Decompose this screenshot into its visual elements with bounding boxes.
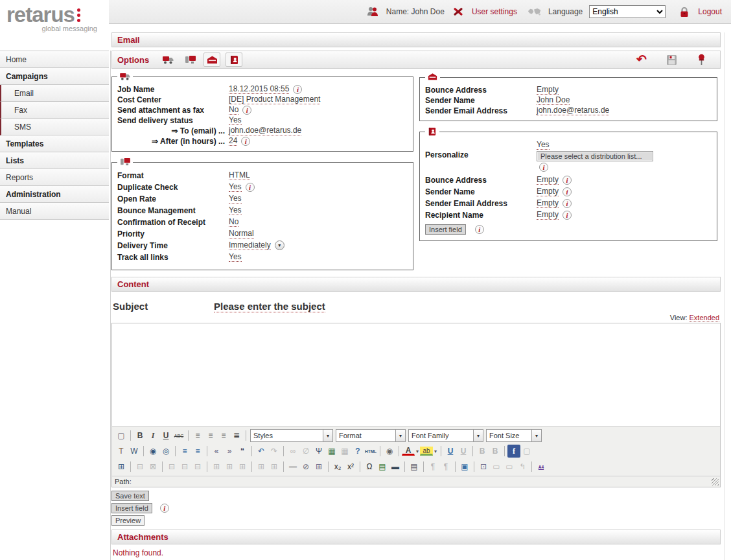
field-value-link[interactable]: Yes — [229, 115, 242, 125]
align-right-icon[interactable]: ≡ — [217, 429, 230, 442]
fullscreen-icon[interactable]: ▣ — [458, 460, 471, 473]
info-icon[interactable]: i — [539, 163, 548, 172]
info-icon[interactable]: i — [293, 85, 302, 94]
numbered-list-icon[interactable]: ≡ — [191, 445, 204, 458]
indent-icon[interactable]: » — [223, 445, 236, 458]
paste-from-word-icon[interactable]: W — [128, 445, 141, 458]
info-icon[interactable]: i — [475, 225, 484, 234]
field-value-link[interactable]: 24 — [229, 136, 237, 146]
field-value-link[interactable]: No — [229, 217, 238, 227]
text-color-caret[interactable]: ▾ — [415, 449, 420, 454]
sidebar-item-fax[interactable]: Fax — [0, 102, 109, 119]
find-replace-icon[interactable]: ◎ — [159, 445, 172, 458]
sidebar-item-lists[interactable]: Lists — [0, 152, 109, 169]
info-icon[interactable]: i — [246, 183, 255, 192]
field-value-link[interactable]: 18.12.2015 08:55 — [229, 84, 289, 94]
paste-as-text-icon[interactable]: T — [115, 445, 128, 458]
print-icon[interactable]: ▤ — [408, 460, 421, 473]
unsubscribe-link-icon[interactable]: U — [444, 445, 457, 458]
personalize-value-link[interactable]: Yes — [537, 140, 550, 150]
strikethrough-icon[interactable]: ABC — [172, 429, 185, 442]
sender-options-button[interactable] — [203, 52, 220, 67]
save-text-button[interactable]: Save text — [111, 491, 149, 501]
info-icon[interactable]: i — [563, 211, 572, 220]
highlight-color-icon[interactable]: ab — [420, 447, 433, 456]
language-select[interactable]: English — [589, 5, 666, 18]
field-value-link[interactable]: HTML — [229, 170, 250, 180]
visual-aid-icon[interactable]: ⊞ — [312, 460, 325, 473]
sidebar-item-templates[interactable]: Templates — [0, 135, 109, 152]
field-value-link[interactable]: Empty — [537, 198, 559, 208]
style-props-icon[interactable]: A4 — [535, 460, 548, 473]
subject-value-link[interactable]: Please enter the subject — [214, 301, 325, 312]
align-center-icon[interactable]: ≡ — [204, 429, 217, 442]
styles-select[interactable]: Styles▾ — [250, 429, 333, 442]
media-icon[interactable]: ▤ — [376, 460, 389, 473]
editor-resize-handle[interactable] — [712, 478, 719, 485]
field-value-link[interactable]: No — [229, 105, 238, 115]
anchor-icon[interactable]: Ψ — [312, 445, 325, 458]
sidebar-item-sms[interactable]: SMS — [0, 119, 109, 135]
find-icon[interactable]: ◉ — [146, 445, 159, 458]
font-size-select[interactable]: Font Size▾ — [486, 429, 542, 442]
format-select[interactable]: Format▾ — [336, 429, 406, 442]
text-color-icon[interactable]: A — [402, 447, 415, 456]
sidebar-item-manual[interactable]: Manual — [0, 203, 109, 220]
info-icon[interactable]: i — [160, 504, 169, 513]
insert-layer-icon[interactable]: ⊡ — [477, 460, 490, 473]
field-value-link[interactable]: john.doe@retarus.de — [537, 106, 609, 115]
sidebar-item-campaigns[interactable]: Campaigns — [0, 68, 109, 85]
logout-link[interactable]: Logout — [698, 7, 722, 16]
pin-button[interactable] — [693, 52, 710, 67]
view-extended-link[interactable]: Extended — [690, 314, 719, 322]
field-value-link[interactable]: Yes — [229, 205, 242, 215]
align-justify-icon[interactable]: ≣ — [230, 429, 243, 442]
underline-icon[interactable]: U — [159, 429, 172, 442]
embed-icon[interactable]: ▬ — [389, 460, 402, 473]
info-icon[interactable]: i — [563, 187, 572, 196]
sidebar-item-email[interactable]: Email — [0, 85, 109, 102]
undo-icon[interactable]: ↶ — [255, 445, 268, 458]
save-button[interactable] — [663, 52, 680, 67]
insert-field-button[interactable]: Insert field — [425, 224, 466, 235]
sidebar-item-administration[interactable]: Administration — [0, 186, 109, 203]
bold-icon[interactable]: B — [133, 429, 146, 442]
align-left-icon[interactable]: ≡ — [191, 429, 204, 442]
field-value-link[interactable]: john.doe@retarus.de — [229, 126, 301, 135]
delivery-time-dropdown-icon[interactable]: ▾ — [275, 240, 284, 250]
facebook-icon[interactable]: f — [507, 445, 520, 458]
info-icon[interactable]: i — [563, 176, 572, 185]
user-settings-link[interactable]: User settings — [472, 7, 517, 16]
field-value-link[interactable]: Yes — [229, 194, 242, 204]
html-source-icon[interactable]: HTML — [364, 445, 377, 458]
field-value-link[interactable]: Yes — [229, 182, 242, 192]
field-value-link[interactable]: Immediately — [229, 240, 271, 250]
personalize-options-button[interactable] — [226, 52, 242, 67]
horizontal-rule-icon[interactable]: — — [286, 460, 299, 473]
info-icon[interactable]: i — [242, 106, 251, 115]
subscript-icon[interactable]: x₂ — [331, 460, 344, 473]
field-value-link[interactable]: Empty — [537, 85, 559, 95]
sidebar-item-reports[interactable]: Reports — [0, 169, 109, 186]
preview-button[interactable]: Preview — [111, 515, 145, 526]
bullet-list-icon[interactable]: ≡ — [178, 445, 191, 458]
remove-format-icon[interactable]: ⊘ — [299, 460, 312, 473]
new-document-icon[interactable]: ▢ — [115, 429, 128, 442]
info-icon[interactable]: i — [241, 137, 250, 146]
zoom-icon[interactable]: ◉ — [383, 445, 396, 458]
highlight-color-caret[interactable]: ▾ — [433, 449, 438, 454]
blockquote-icon[interactable]: “ — [236, 445, 249, 458]
italic-icon[interactable]: I — [146, 429, 159, 442]
field-value-link[interactable]: [DE] Product Management — [229, 95, 320, 104]
help-icon[interactable]: ? — [351, 445, 364, 458]
image-icon[interactable]: ▦ — [325, 445, 338, 458]
table-icon[interactable]: ⊞ — [115, 460, 128, 473]
field-value-link[interactable]: Normal — [229, 229, 254, 239]
field-value-link[interactable]: John Doe — [537, 95, 570, 105]
editor-body[interactable] — [112, 323, 720, 426]
field-value-link[interactable]: Empty — [537, 210, 559, 220]
insert-field-button[interactable]: Insert field — [111, 503, 152, 513]
outdent-icon[interactable]: « — [210, 445, 223, 458]
superscript-icon[interactable]: x² — [344, 460, 357, 473]
distribution-list-select-button[interactable]: Please select a distribution list... — [537, 151, 653, 161]
